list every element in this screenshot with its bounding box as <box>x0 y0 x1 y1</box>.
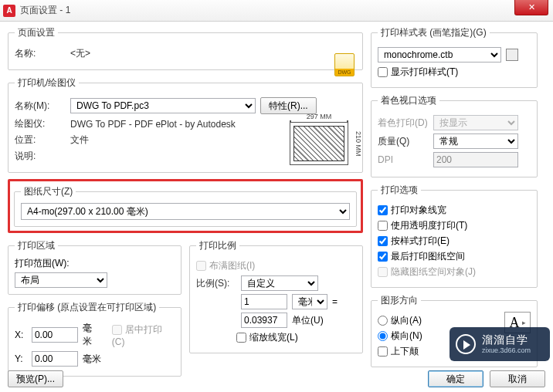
title-bar: A 页面设置 - 1 ✕ <box>0 0 553 22</box>
viewport-group: 着色视口选项 着色打印(D)按显示 质量(Q)常规 DPI <box>371 94 538 177</box>
scale-lineweights-checkbox[interactable]: 缩放线宽(L) <box>236 331 356 344</box>
description-label: 说明: <box>15 150 66 163</box>
offset-y-input[interactable] <box>32 351 78 367</box>
hide-paperspace-checkbox: 隐藏图纸空间对象(J) <box>378 265 531 279</box>
dwg-file-icon <box>334 53 355 76</box>
close-button[interactable]: ✕ <box>514 0 548 15</box>
watermark-brand: 溜溜自学 <box>482 333 531 346</box>
lineweights-checkbox[interactable]: 打印对象线宽 <box>378 204 531 217</box>
plot-styles-checkbox[interactable]: 按样式打印(E) <box>378 235 531 248</box>
location-value: 文件 <box>70 133 89 147</box>
scale-label: 比例(S): <box>196 277 236 290</box>
printer-group: 打印机/绘图仪 名称(M): DWG To PDF.pc3 特性(R)... 绘… <box>8 76 363 173</box>
style-edit-button[interactable] <box>506 49 518 61</box>
offset-group: 打印偏移 (原点设置在可打印区域) X: 毫米 居中打印(C) Y: 毫米 <box>8 301 182 377</box>
quality-label: 质量(Q) <box>378 135 429 148</box>
orientation-legend: 图形方向 <box>378 294 421 307</box>
print-options-group: 打印选项 打印对象线宽 使用透明度打印(T) 按样式打印(E) 最后打印图纸空间… <box>371 184 538 288</box>
print-range-label: 打印范围(W): <box>15 257 175 270</box>
equals-label: = <box>332 296 338 307</box>
printer-name-select[interactable]: DWG To PDF.pc3 <box>70 98 256 113</box>
play-icon <box>456 334 476 354</box>
paper-size-group: 图纸尺寸(Z) A4-mo(297.00 x 210.00 毫米) <box>14 185 357 227</box>
printer-properties-button[interactable]: 特性(R)... <box>260 97 317 114</box>
paper-size-select[interactable]: A4-mo(297.00 x 210.00 毫米) <box>21 203 350 220</box>
offset-x-label: X: <box>15 329 27 340</box>
dpi-label: DPI <box>378 154 429 165</box>
portrait-radio[interactable]: 纵向(A) <box>378 314 500 327</box>
transparency-checkbox[interactable]: 使用透明度打印(T) <box>378 219 531 232</box>
page-setup-legend: 页面设置 <box>15 26 58 39</box>
paper-preview-icon <box>290 122 348 165</box>
scale-mm-unit-select[interactable]: 毫米 <box>292 294 327 309</box>
autocad-logo-icon: A <box>3 5 15 17</box>
printer-legend: 打印机/绘图仪 <box>15 76 79 90</box>
print-range-select[interactable]: 布局 <box>15 272 107 288</box>
print-area-group: 打印区域 打印范围(W): 布局 <box>8 239 182 295</box>
style-table-legend: 打印样式表 (画笔指定)(G) <box>378 26 490 39</box>
fit-to-paper-checkbox: 布满图纸(I) <box>196 259 356 272</box>
offset-y-unit: 毫米 <box>83 353 101 366</box>
center-print-checkbox: 居中打印(C) <box>112 323 175 347</box>
scale-group: 打印比例 布满图纸(I) 比例(S): 自定义 毫米 = <box>189 239 363 353</box>
scale-unit-input[interactable] <box>241 313 287 328</box>
ok-button[interactable]: 确定 <box>428 370 483 387</box>
paper-preview: 297 MM 210 MM <box>288 122 356 174</box>
quality-select[interactable]: 常规 <box>433 133 518 149</box>
show-styles-checkbox[interactable]: 显示打印样式(T) <box>378 66 531 79</box>
offset-x-unit: 毫米 <box>83 322 101 348</box>
dialog-footer: 预览(P)... 确定 取消 <box>8 370 545 387</box>
preview-button[interactable]: 预览(P)... <box>8 370 63 387</box>
shade-plot-select: 按显示 <box>433 115 518 130</box>
page-setup-group: 页面设置 名称: <无> <box>8 26 363 70</box>
plotter-value: DWG To PDF - PDF ePlot - by Autodesk <box>70 119 236 130</box>
viewport-legend: 着色视口选项 <box>378 94 439 107</box>
paper-size-highlight: 图纸尺寸(Z) A4-mo(297.00 x 210.00 毫米) <box>8 179 363 233</box>
offset-x-input[interactable] <box>32 327 78 343</box>
scale-select[interactable]: 自定义 <box>241 275 318 291</box>
scale-mm-input[interactable] <box>241 294 287 309</box>
style-table-select[interactable]: monochrome.ctb <box>378 47 501 63</box>
print-options-legend: 打印选项 <box>378 184 421 197</box>
printer-name-label: 名称(M): <box>15 100 66 113</box>
scale-unit-label: 单位(U) <box>292 314 324 327</box>
watermark-url: zixue.3d66.com <box>482 346 531 355</box>
name-value: <无> <box>70 47 90 60</box>
scale-legend: 打印比例 <box>196 239 239 252</box>
plotter-label: 绘图仪: <box>15 117 66 130</box>
watermark-overlay: 溜溜自学 zixue.3d66.com <box>450 327 550 361</box>
offset-y-label: Y: <box>15 353 27 364</box>
cancel-button[interactable]: 取消 <box>490 370 545 387</box>
paperspace-last-checkbox[interactable]: 最后打印图纸空间 <box>378 250 531 263</box>
name-label: 名称: <box>15 47 66 60</box>
style-table-group: 打印样式表 (画笔指定)(G) monochrome.ctb 显示打印样式(T) <box>371 26 538 88</box>
paper-width-label: 297 MM <box>290 113 348 120</box>
paper-size-legend: 图纸尺寸(Z) <box>21 185 76 198</box>
window-title: 页面设置 - 1 <box>20 4 70 17</box>
offset-legend: 打印偏移 (原点设置在可打印区域) <box>15 301 159 314</box>
location-label: 位置: <box>15 133 66 147</box>
dpi-input <box>433 152 518 167</box>
print-area-legend: 打印区域 <box>15 239 58 252</box>
shade-plot-label: 着色打印(D) <box>378 117 429 130</box>
paper-height-label: 210 MM <box>355 122 362 165</box>
